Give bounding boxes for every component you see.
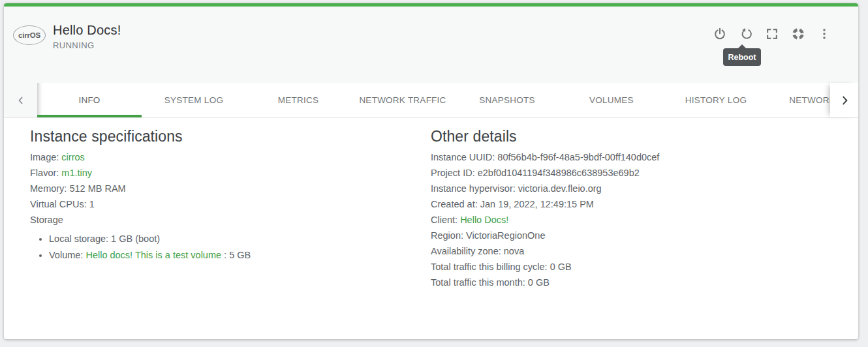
availability-zone-line: Availability zone: nova (431, 243, 842, 259)
tooltip-label: Reboot (728, 53, 756, 62)
more-options-button[interactable] (816, 26, 832, 42)
local-storage-item: Local storage: 1 GB (boot) (49, 231, 409, 247)
fullscreen-icon (765, 27, 779, 41)
fullscreen-button[interactable] (764, 26, 780, 42)
instance-tab-bar: INFO SYSTEM LOG METRICS NETWORK TRAFFIC … (4, 83, 858, 118)
instance-title-block: Hello Docs! RUNNING (53, 23, 121, 50)
other-details-heading: Other details (431, 127, 842, 145)
client-label: Client: (431, 215, 460, 225)
tab-info[interactable]: INFO (37, 83, 142, 117)
tab-volumes[interactable]: VOLUMES (559, 83, 664, 117)
instance-specifications-heading: Instance specifications (30, 127, 409, 145)
console-button[interactable] (790, 26, 806, 42)
tab-history-log-label: HISTORY LOG (685, 95, 747, 105)
console-icon (791, 27, 805, 41)
storage-line: Storage (30, 212, 409, 228)
tab-snapshots[interactable]: SNAPSHOTS (455, 83, 559, 117)
volume-item: Volume: Hello docs! This is a test volum… (49, 247, 409, 264)
instance-uuid-line: Instance UUID: 80f56b4b-f96f-48a5-9bdf-0… (431, 149, 842, 165)
traffic-month-line: Total traffic this month: 0 GB (431, 275, 842, 290)
project-id-line: Project ID: e2bf0d1041194f348986c638953e… (431, 165, 842, 181)
tabs-viewport: INFO SYSTEM LOG METRICS NETWORK TRAFFIC … (37, 83, 830, 117)
flavor-link[interactable]: m1.tiny (61, 168, 92, 178)
created-at-line: Created at: Jan 19, 2022, 12:49:15 PM (431, 196, 842, 212)
client-line: Client: Hello Docs! (431, 212, 842, 228)
tab-snapshots-label: SNAPSHOTS (479, 95, 535, 105)
tab-networking[interactable]: NETWORKING (768, 83, 830, 117)
cirros-os-logo: cirrOS (13, 25, 46, 45)
traffic-billing-cycle-line: Total traffic this billing cycle: 0 GB (431, 259, 842, 275)
chevron-left-icon (14, 94, 27, 107)
other-details-section: Other details Instance UUID: 80f56b4b-f9… (431, 127, 842, 290)
tabs-scroll-left-button[interactable] (4, 83, 37, 117)
volume-size: : 5 GB (221, 250, 251, 260)
instance-specifications-section: Instance specifications Image: cirros Fl… (30, 127, 409, 263)
tab-network-traffic[interactable]: NETWORK TRAFFIC (350, 83, 455, 117)
power-icon (713, 27, 727, 41)
tabs-scroll-right-button[interactable] (830, 83, 858, 117)
instance-header: cirrOS Hello Docs! RUNNING (4, 7, 858, 83)
tab-history-log[interactable]: HISTORY LOG (664, 83, 768, 117)
active-tab-indicator (37, 115, 142, 117)
tab-metrics[interactable]: METRICS (246, 83, 350, 117)
instance-title: Hello Docs! (53, 23, 121, 38)
chevron-right-icon (838, 94, 851, 107)
instance-action-buttons (712, 26, 832, 42)
tab-system-log[interactable]: SYSTEM LOG (142, 83, 246, 117)
reboot-tooltip: Reboot (723, 48, 761, 66)
tab-volumes-label: VOLUMES (589, 95, 634, 105)
volume-link[interactable]: Hello docs! This is a test volume (85, 250, 221, 260)
volume-label: Volume: (49, 250, 85, 260)
power-button[interactable] (712, 26, 728, 42)
instance-detail-card: cirrOS Hello Docs! RUNNING (4, 3, 858, 339)
region-line: Region: VictoriaRegionOne (431, 228, 842, 243)
reboot-icon (739, 27, 753, 41)
flavor-label: Flavor: (30, 168, 61, 178)
tab-system-log-label: SYSTEM LOG (164, 95, 223, 105)
tooltip-arrow (738, 44, 746, 48)
flavor-line: Flavor: m1.tiny (30, 165, 409, 181)
cirros-logo-label: cirrOS (18, 31, 40, 39)
tab-metrics-label: METRICS (278, 95, 319, 105)
hypervisor-line: Instance hypervisor: victoria.dev.fleio.… (431, 181, 842, 196)
reboot-button[interactable] (738, 26, 754, 42)
vcpus-line: Virtual CPUs: 1 (30, 196, 409, 212)
image-link[interactable]: cirros (61, 152, 84, 162)
image-label: Image: (30, 152, 61, 162)
client-link[interactable]: Hello Docs! (460, 215, 508, 225)
tab-networking-label: NETWORKING (789, 95, 830, 105)
more-options-icon (817, 27, 831, 41)
instance-status: RUNNING (53, 40, 121, 50)
image-line: Image: cirros (30, 149, 409, 165)
tab-info-label: INFO (78, 95, 100, 105)
tab-network-traffic-label: NETWORK TRAFFIC (359, 95, 446, 105)
memory-line: Memory: 512 MB RAM (30, 181, 409, 196)
storage-list: Local storage: 1 GB (boot) Volume: Hello… (30, 231, 409, 263)
